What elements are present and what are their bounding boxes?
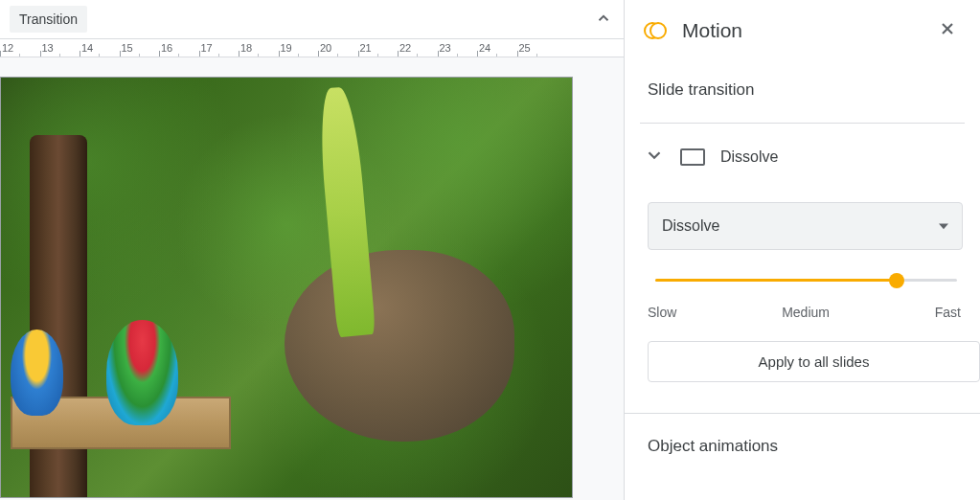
- motion-icon: [644, 19, 667, 42]
- close-icon[interactable]: [934, 15, 961, 46]
- current-transition-name: Dissolve: [720, 148, 778, 166]
- horizontal-ruler: 12 13 14 15 16 17 18 19 20 21 22 23 24 2…: [0, 38, 624, 57]
- svg-marker-2: [939, 224, 948, 230]
- slider-thumb[interactable]: [889, 273, 904, 288]
- speed-medium-label: Medium: [782, 305, 830, 320]
- speed-slider[interactable]: [655, 279, 957, 282]
- slide-image-parrot-red: [106, 320, 178, 425]
- slide-thumbnail-icon: [680, 148, 705, 166]
- ruler-tick: 23: [438, 39, 478, 57]
- ruler-tick: 18: [239, 39, 279, 57]
- ruler-tick: 21: [358, 39, 399, 57]
- slider-fill: [655, 279, 897, 282]
- slide-content[interactable]: [0, 77, 573, 498]
- apply-to-all-button[interactable]: Apply to all slides: [648, 341, 980, 382]
- speed-fast-label: Fast: [935, 305, 961, 320]
- slider-track: [655, 279, 957, 282]
- transition-summary-row[interactable]: Dissolve: [625, 124, 980, 187]
- ruler-tick: 17: [199, 39, 239, 57]
- collapse-toolbar-icon[interactable]: [595, 10, 612, 31]
- chevron-down-icon[interactable]: [644, 145, 665, 170]
- motion-panel: Motion Slide transition Dissolve Dissolv…: [625, 0, 980, 500]
- ruler-tick: 22: [398, 39, 438, 57]
- speed-slider-labels: Slow Medium Fast: [648, 305, 961, 320]
- toolbar: Transition: [0, 0, 624, 38]
- slide-image-parrot-blue: [11, 330, 63, 416]
- editor-main-area: Transition 12 13 14 15 16 17 18 19 20 21…: [0, 0, 625, 500]
- dropdown-caret-icon: [939, 217, 948, 235]
- motion-panel-title: Motion: [682, 19, 919, 42]
- dropdown-selected-value: Dissolve: [662, 217, 719, 235]
- ruler-tick: 20: [318, 39, 358, 57]
- slide-image-rock: [285, 250, 514, 442]
- ruler-tick: 12: [0, 39, 40, 57]
- slide-transition-heading: Slide transition: [625, 61, 980, 123]
- ruler-tick: 16: [159, 39, 199, 57]
- transition-type-dropdown[interactable]: Dissolve: [648, 202, 963, 250]
- object-animations-heading: Object animations: [625, 414, 980, 475]
- ruler-tick: 14: [80, 39, 120, 57]
- ruler-tick: 25: [517, 39, 558, 57]
- ruler-tick: 19: [279, 39, 319, 57]
- slide-canvas-area[interactable]: [0, 57, 624, 500]
- motion-panel-header: Motion: [625, 0, 980, 61]
- transition-button[interactable]: Transition: [10, 6, 87, 33]
- ruler-tick: 15: [120, 39, 160, 57]
- ruler-tick: 13: [40, 39, 80, 57]
- ruler-tick: 24: [477, 39, 517, 57]
- speed-slow-label: Slow: [648, 305, 676, 320]
